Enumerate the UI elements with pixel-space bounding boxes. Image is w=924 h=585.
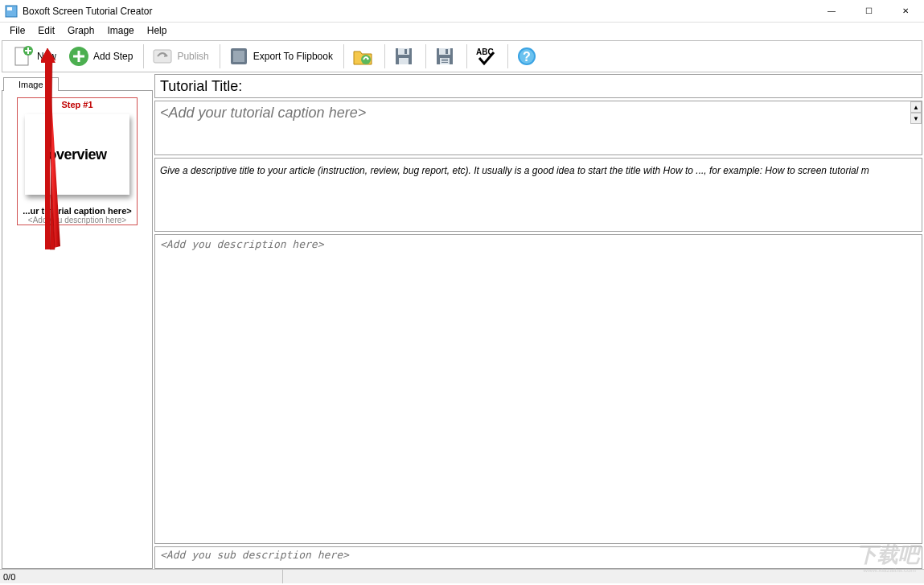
titlebar: Boxoft Screen Tutorial Creator — ☐ ✕ [0,0,924,23]
toolbar: New Add Step Publish Export To Flipbook [2,41,922,72]
publish-icon [151,45,174,68]
spellcheck-icon: ABC [474,45,497,68]
thumbnail-description: <Add you description here> [18,216,137,225]
description-panel [154,234,922,544]
status-left: 0/0 [0,570,283,583]
menubar: File Edit Graph Image Help [0,23,924,39]
description-input[interactable] [155,235,922,543]
editor-area: Tutorial Title: ▲ ▼ Give a descriptive t… [154,72,924,569]
main-body: Image Step #1 overview ...ur tutorial ca… [0,72,924,569]
sub-description-panel [154,546,922,569]
add-step-label: Add Step [93,51,133,62]
step-thumbnail: overview [25,114,129,195]
save-icon [392,45,415,68]
svg-rect-7 [233,51,244,62]
thumbnail-caption: ...ur tutorial caption here> [18,206,137,216]
window-title: Boxoft Screen Tutorial Creator [23,6,813,17]
sidebar-body: Step #1 overview ...ur tutorial caption … [2,90,153,569]
caption-panel: ▲ ▼ [154,101,922,155]
svg-rect-11 [399,58,409,64]
folder-icon [351,45,374,68]
svg-rect-10 [398,48,409,55]
sidebar: Image Step #1 overview ...ur tutorial ca… [0,72,154,569]
hint-panel: Give a descriptive title to your article… [154,158,922,232]
scroll-down-button[interactable]: ▼ [910,113,922,124]
save-button[interactable] [388,43,422,70]
app-icon [5,5,18,18]
sub-description-input[interactable] [155,547,922,568]
svg-rect-16 [446,49,448,54]
scroll-up-button[interactable]: ▲ [910,101,922,113]
export-icon [228,45,250,68]
menu-graph[interactable]: Graph [61,23,101,38]
toolbar-separator [384,44,385,68]
add-step-button[interactable]: Add Step [64,43,140,70]
svg-rect-14 [439,48,450,55]
step-label: Step #1 [18,98,137,111]
caption-input[interactable] [155,101,910,154]
svg-text:?: ? [523,50,531,64]
maximize-button[interactable]: ☐ [850,0,887,23]
svg-rect-12 [405,49,407,54]
toolbar-separator [143,44,144,68]
toolbar-separator [466,44,467,68]
svg-rect-5 [154,50,171,63]
step-thumbnail-card[interactable]: Step #1 overview ...ur tutorial caption … [17,97,138,225]
spellcheck-button[interactable]: ABC [470,43,504,70]
new-label: New [37,51,56,62]
export-label: Export To Flipbook [253,51,333,62]
sidebar-tabstrip: Image [0,72,154,90]
publish-label: Publish [177,51,208,62]
toolbar-separator [343,44,344,68]
new-button[interactable]: New [7,43,64,70]
menu-file[interactable]: File [3,23,31,38]
svg-rect-19 [441,62,448,63]
toolbar-separator [425,44,426,68]
help-icon: ? [515,45,538,68]
save-as-button[interactable] [429,43,463,70]
open-folder-button[interactable] [347,43,381,70]
menu-image[interactable]: Image [101,23,140,38]
statusbar: 0/0 [0,569,924,583]
svg-rect-18 [441,60,448,61]
svg-rect-17 [441,59,448,60]
menu-edit[interactable]: Edit [31,23,61,38]
new-page-icon [11,45,34,68]
toolbar-separator [220,44,220,68]
minimize-button[interactable]: — [813,0,850,23]
menu-help[interactable]: Help [141,23,174,38]
thumbnail-text: overview [47,146,106,163]
title-panel: Tutorial Title: [154,74,922,98]
tutorial-title-label: Tutorial Title: [160,78,242,95]
tab-image[interactable]: Image [3,77,59,91]
svg-point-8 [361,55,371,64]
svg-rect-1 [7,7,12,10]
hint-text: Give a descriptive title to your article… [160,165,869,176]
export-flipbook-button[interactable]: Export To Flipbook [224,43,340,70]
toolbar-separator [507,44,508,68]
close-button[interactable]: ✕ [887,0,924,23]
save-as-icon [433,45,456,68]
add-step-icon [68,45,90,68]
publish-button[interactable]: Publish [147,43,216,70]
toolbar-container: New Add Step Publish Export To Flipbook [2,40,922,72]
help-button[interactable]: ? [511,43,545,70]
window-controls: — ☐ ✕ [813,0,924,23]
